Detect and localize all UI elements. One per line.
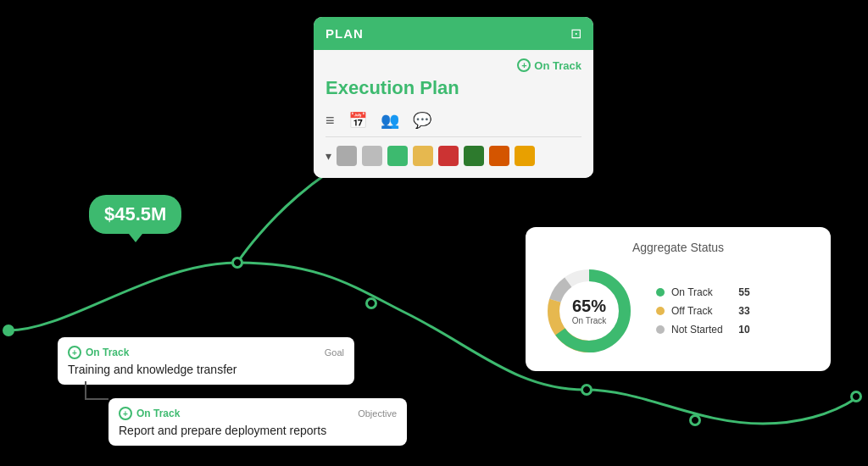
money-bubble: $45.5M xyxy=(89,195,181,234)
plan-card: PLAN ⊡ On Track Execution Plan ≡ 📅 👥 💬 ▾ xyxy=(314,17,593,178)
legend-label-not-started: Not Started xyxy=(671,324,723,336)
objective-text: Report and prepare deployment reports xyxy=(119,424,397,437)
chat-icon[interactable]: 💬 xyxy=(413,111,431,130)
goal-status-label: On Track xyxy=(86,347,129,358)
swatch-dark-green[interactable] xyxy=(464,146,484,166)
edit-icon[interactable]: ⊡ xyxy=(570,25,581,42)
legend-count-on-track: 55 xyxy=(730,286,750,298)
swatch-gray1[interactable] xyxy=(337,146,357,166)
curve-dot-6 xyxy=(850,391,862,402)
swatch-green[interactable] xyxy=(387,146,408,166)
objective-badge-circle: + xyxy=(119,407,132,420)
plan-toolbar: ≡ 📅 👥 💬 xyxy=(326,111,581,137)
objective-connector-h xyxy=(85,398,108,400)
on-track-circle xyxy=(517,58,531,72)
swatch-yellow[interactable] xyxy=(413,146,433,166)
goal-on-track-badge: + On Track xyxy=(68,346,129,359)
legend-dot-on-track xyxy=(656,288,665,297)
curve-dot-3 xyxy=(365,297,377,309)
swatch-amber[interactable] xyxy=(515,146,535,166)
legend-count-off-track: 33 xyxy=(730,305,750,317)
legend-item-off-track: Off Track 33 xyxy=(656,305,750,317)
plan-status-label: On Track xyxy=(534,59,581,72)
donut-chart: 65% On Track xyxy=(542,264,636,358)
goal-badge-circle: + xyxy=(68,346,81,359)
curve-dot-4 xyxy=(581,384,593,396)
objective-card-header: + On Track Objective xyxy=(119,407,397,420)
curve-dot-1 xyxy=(3,325,14,336)
dropdown-arrow[interactable]: ▾ xyxy=(326,149,331,163)
plan-title: PLAN xyxy=(326,26,364,41)
donut-label: On Track xyxy=(572,316,607,325)
list-icon[interactable]: ≡ xyxy=(326,112,335,130)
donut-percent: 65% xyxy=(572,297,607,316)
goal-text: Training and knowledge transfer xyxy=(68,363,344,376)
legend-count-not-started: 10 xyxy=(730,324,750,336)
objective-status-label: On Track xyxy=(136,408,180,419)
plan-card-body: On Track Execution Plan ≡ 📅 👥 💬 ▾ xyxy=(314,50,593,178)
legend-item-on-track: On Track 55 xyxy=(656,286,750,298)
goal-type-label: Goal xyxy=(325,347,344,358)
aggregate-card: Aggregate Status 65% On Track On xyxy=(526,227,831,371)
people-icon[interactable]: 👥 xyxy=(381,111,399,130)
goal-card: + On Track Goal Training and knowledge t… xyxy=(58,337,354,385)
legend-item-not-started: Not Started 10 xyxy=(656,324,750,336)
swatch-orange[interactable] xyxy=(489,146,509,166)
aggregate-title: Aggregate Status xyxy=(542,241,814,254)
aggregate-body: 65% On Track On Track 55 Off Track 33 No… xyxy=(542,264,814,358)
donut-center: 65% On Track xyxy=(572,297,607,325)
legend: On Track 55 Off Track 33 Not Started 10 xyxy=(656,286,750,336)
objective-on-track-badge: + On Track xyxy=(119,407,180,420)
objective-connector-v xyxy=(85,381,86,400)
curve-dot-2 xyxy=(231,257,243,269)
plan-status: On Track xyxy=(326,58,581,72)
objective-type-label: Objective xyxy=(358,408,397,419)
objective-card: + On Track Objective Report and prepare … xyxy=(108,398,407,446)
legend-label-off-track: Off Track xyxy=(671,305,723,317)
goal-card-header: + On Track Goal xyxy=(68,346,344,359)
swatch-gray2[interactable] xyxy=(362,146,382,166)
legend-dot-off-track xyxy=(656,307,665,315)
money-value: $45.5M xyxy=(104,203,166,225)
color-swatches: ▾ xyxy=(326,146,581,166)
calendar-icon[interactable]: 📅 xyxy=(348,111,367,130)
legend-label-on-track: On Track xyxy=(671,286,723,298)
plan-card-header: PLAN ⊡ xyxy=(314,17,593,50)
swatch-red[interactable] xyxy=(438,146,459,166)
curve-dot-5 xyxy=(689,414,701,426)
execution-title: Execution Plan xyxy=(326,77,581,99)
legend-dot-not-started xyxy=(656,325,665,334)
